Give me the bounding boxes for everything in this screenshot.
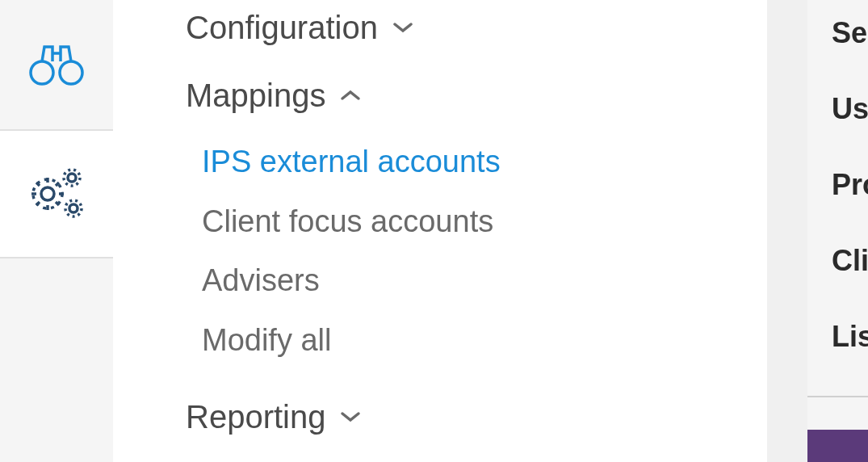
right-item-pro[interactable]: Pro (832, 168, 868, 202)
nav-section-label: Configuration (186, 8, 378, 47)
svg-point-7 (69, 204, 78, 212)
chevron-up-icon (340, 89, 361, 102)
nav-section-mappings-items: IPS external accounts Client focus accou… (202, 144, 767, 359)
purple-action-block[interactable] (807, 430, 868, 462)
nav-item-advisers[interactable]: Advisers (202, 262, 767, 300)
svg-point-5 (68, 174, 76, 182)
right-divider (807, 396, 868, 397)
nav-section-label: Reporting (186, 397, 325, 436)
nav-item-ips-external-accounts[interactable]: IPS external accounts (202, 144, 767, 181)
icon-rail (0, 0, 113, 462)
right-item-search[interactable]: Sea (832, 16, 868, 50)
chevron-down-icon (392, 21, 413, 34)
rail-item-binoculars[interactable] (0, 0, 113, 129)
chevron-down-icon (340, 410, 361, 423)
nav-item-client-focus-accounts[interactable]: Client focus accounts (202, 204, 767, 241)
nav-panel: Configuration Mappings IPS external acco… (113, 0, 767, 462)
nav-section-configuration[interactable]: Configuration (186, 8, 767, 47)
nav-item-modify-all[interactable]: Modify all (202, 322, 767, 359)
nav-section-label: Mappings (186, 76, 325, 115)
nav-section-reporting[interactable]: Reporting (186, 397, 767, 436)
right-item-user[interactable]: Use (832, 92, 868, 126)
svg-point-1 (60, 61, 82, 84)
right-item-list[interactable]: Lis (832, 320, 868, 354)
nav-section-mappings[interactable]: Mappings (186, 76, 767, 115)
svg-point-0 (31, 61, 53, 84)
binoculars-icon (28, 39, 85, 90)
svg-point-8 (65, 200, 82, 216)
gears-icon (27, 166, 87, 222)
rail-item-settings[interactable] (0, 129, 113, 258)
svg-point-6 (64, 170, 80, 186)
svg-point-3 (41, 187, 54, 200)
right-item-client[interactable]: Cli (832, 244, 868, 278)
right-panel: Sea Use Pro Cli Lis (807, 0, 868, 462)
